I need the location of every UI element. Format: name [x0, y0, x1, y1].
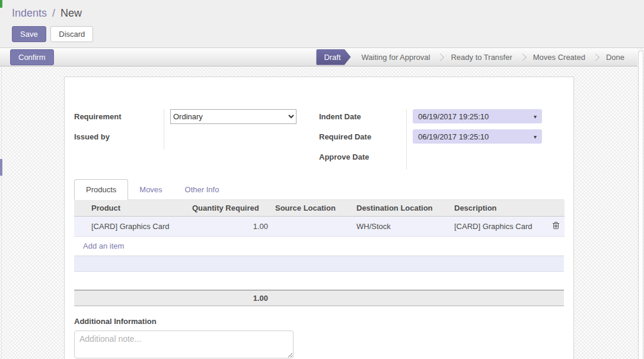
toolbar: Save Discard	[12, 26, 644, 42]
column-header-quantity-required: Quantity Required	[189, 200, 272, 217]
dropdown-caret-icon[interactable]: ▾	[534, 113, 537, 120]
form-sheet: Requirement Ordinary Issued by Indent Da…	[64, 77, 574, 359]
tab-products[interactable]: Products	[74, 179, 128, 200]
issued-by-label: Issued by	[74, 129, 164, 150]
source-location-cell	[272, 217, 353, 237]
statusbar: Confirm Draft Waiting for Approval Ready…	[0, 48, 637, 66]
notebook-tabs: Products Moves Other Info	[74, 179, 564, 200]
row-handle-cell	[74, 217, 88, 237]
left-edge-fragment	[0, 159, 2, 176]
breadcrumb-current: New	[60, 7, 82, 19]
table-row[interactable]: [CARD] Graphics Card 1.00 WH/Stock [CARD…	[74, 217, 565, 237]
column-header-destination-location: Destination Location	[353, 200, 451, 217]
tab-other-info[interactable]: Other Info	[174, 180, 231, 199]
destination-location-cell: WH/Stock	[353, 217, 451, 237]
handle-column-header	[74, 200, 88, 217]
additional-note-textarea[interactable]	[74, 331, 294, 358]
requirement-select[interactable]: Ordinary	[170, 109, 297, 124]
status-step-waiting-for-approval[interactable]: Waiting for Approval	[356, 53, 436, 62]
content-area: Requirement Ordinary Issued by Indent Da…	[0, 77, 644, 359]
status-step-ready-to-transfer[interactable]: Ready to Transfer	[445, 53, 518, 62]
page-header: Indents / New Save Discard	[0, 0, 644, 48]
indent-date-field[interactable]: 06/19/2017 19:25:10 ▾	[413, 109, 542, 123]
column-header-product: Product	[88, 200, 189, 217]
form-group-left: Requirement Ordinary Issued by	[74, 109, 319, 170]
chevron-right-icon	[437, 53, 445, 61]
status-step-done[interactable]: Done	[600, 53, 630, 62]
add-item-row: Add an item	[74, 237, 565, 256]
quantity-total-value: 1.00	[189, 291, 268, 306]
breadcrumb-parent-link[interactable]: Indents	[12, 7, 47, 19]
add-an-item-link[interactable]: Add an item	[83, 242, 124, 250]
status-step-moves-created[interactable]: Moves Created	[527, 53, 591, 62]
description-cell: [CARD] Graphics Card	[451, 217, 547, 237]
form-fields: Requirement Ordinary Issued by Indent Da…	[74, 109, 564, 170]
product-cell: [CARD] Graphics Card	[88, 217, 189, 237]
issued-by-field[interactable]	[164, 129, 319, 150]
requirement-label: Requirement	[74, 109, 164, 129]
vertical-scrollbar-track	[637, 49, 644, 359]
indent-date-label: Indent Date	[319, 109, 407, 129]
discard-button[interactable]: Discard	[50, 26, 93, 42]
quantity-cell: 1.00	[189, 217, 272, 237]
required-date-value: 06/19/2017 19:25:10	[418, 132, 489, 141]
required-date-label: Required Date	[319, 129, 407, 150]
corner-accent-bar	[0, 0, 2, 8]
column-header-source-location: Source Location	[272, 200, 353, 217]
column-header-description: Description	[451, 200, 547, 217]
delete-row-button[interactable]	[552, 221, 560, 231]
trash-column-header	[547, 200, 565, 217]
form-group-right: Indent Date 06/19/2017 19:25:10 ▾ Requir…	[319, 109, 564, 170]
required-date-field[interactable]: 06/19/2017 19:25:10 ▾	[413, 129, 542, 144]
products-table: Product Quantity Required Source Locatio…	[74, 200, 565, 256]
trash-icon	[552, 221, 560, 230]
status-step-draft[interactable]: Draft	[316, 49, 350, 65]
quantity-total-row: 1.00	[74, 290, 564, 306]
status-steps: Draft Waiting for Approval Ready to Tran…	[316, 49, 637, 65]
breadcrumb-separator: /	[50, 7, 58, 19]
additional-information-heading: Additional Information	[74, 317, 564, 326]
tab-moves[interactable]: Moves	[128, 180, 173, 199]
save-button[interactable]: Save	[12, 26, 46, 42]
breadcrumb: Indents / New	[12, 7, 644, 20]
confirm-button[interactable]: Confirm	[10, 49, 54, 65]
table-header-row: Product Quantity Required Source Locatio…	[74, 200, 565, 217]
indent-date-value: 06/19/2017 19:25:10	[418, 112, 489, 121]
empty-list-row[interactable]	[74, 256, 564, 272]
chevron-right-icon	[519, 53, 527, 61]
dropdown-caret-icon[interactable]: ▾	[534, 134, 537, 140]
vertical-scrollbar-thumb[interactable]	[638, 50, 643, 359]
chevron-right-icon	[592, 53, 600, 61]
approve-date-field[interactable]	[407, 150, 564, 170]
approve-date-label: Approve Date	[319, 150, 407, 170]
